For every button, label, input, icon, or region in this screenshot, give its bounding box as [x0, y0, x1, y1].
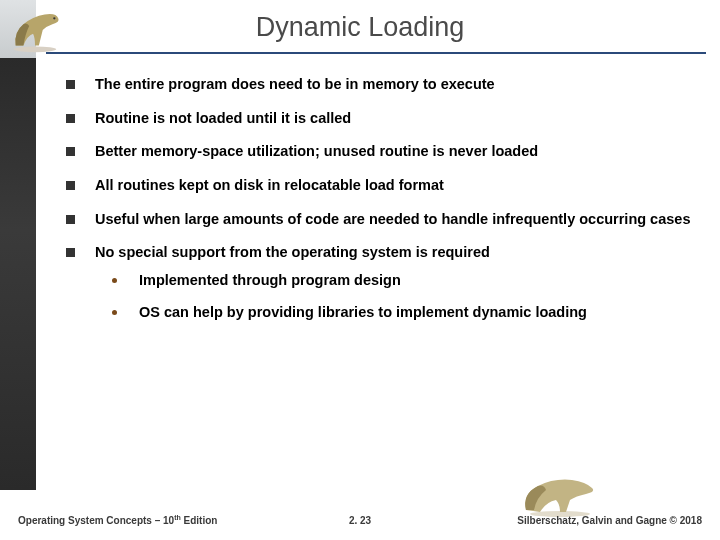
dot-bullet-icon: [112, 278, 117, 283]
square-bullet-icon: [66, 248, 75, 257]
bullet-text: Routine is not loaded until it is called: [95, 110, 692, 128]
dinosaur-footer-icon: [520, 474, 600, 518]
sub-bullet-list: Implemented through program design OS ca…: [112, 272, 692, 321]
sub-bullet-text: OS can help by providing libraries to im…: [139, 304, 692, 322]
bullet-item: No special support from the operating sy…: [66, 244, 692, 262]
slide: Dynamic Loading The entire program does …: [0, 0, 720, 540]
bullet-item: Routine is not loaded until it is called: [66, 110, 692, 128]
dot-bullet-icon: [112, 310, 117, 315]
bullet-text: Better memory-space utilization; unused …: [95, 143, 692, 161]
square-bullet-icon: [66, 147, 75, 156]
sidebar-bottom: [0, 58, 36, 490]
bullet-text: The entire program does need to be in me…: [95, 76, 692, 94]
sub-bullet-text: Implemented through program design: [139, 272, 692, 290]
square-bullet-icon: [66, 215, 75, 224]
square-bullet-icon: [66, 80, 75, 89]
square-bullet-icon: [66, 114, 75, 123]
content-area: The entire program does need to be in me…: [66, 76, 692, 336]
bullet-item: Better memory-space utilization; unused …: [66, 143, 692, 161]
bullet-item: All routines kept on disk in relocatable…: [66, 177, 692, 195]
bullet-text: Useful when large amounts of code are ne…: [95, 211, 692, 229]
slide-title: Dynamic Loading: [0, 12, 720, 43]
bullet-text: All routines kept on disk in relocatable…: [95, 177, 692, 195]
bullet-item: The entire program does need to be in me…: [66, 76, 692, 94]
bullet-item: Useful when large amounts of code are ne…: [66, 211, 692, 229]
sub-bullet-item: OS can help by providing libraries to im…: [112, 304, 692, 322]
square-bullet-icon: [66, 181, 75, 190]
sub-bullet-item: Implemented through program design: [112, 272, 692, 290]
title-underline: [46, 52, 706, 54]
bullet-text: No special support from the operating sy…: [95, 244, 692, 262]
footer-copyright: Silberschatz, Galvin and Gagne © 2018: [517, 515, 702, 526]
